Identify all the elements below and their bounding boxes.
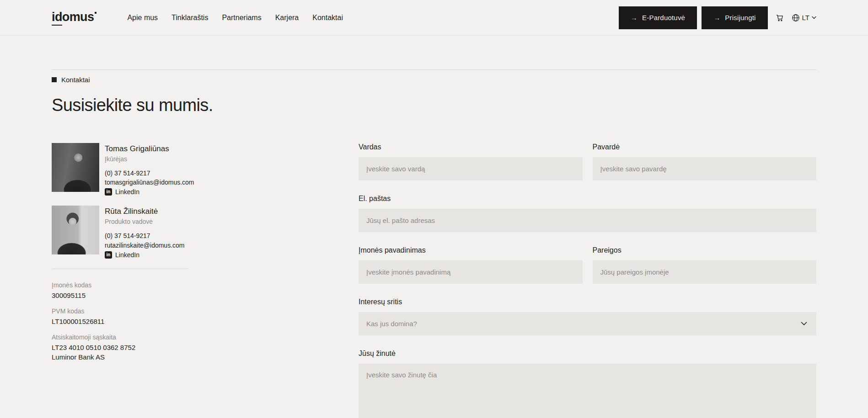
nav-item-tinklarastis[interactable]: Tinklaraštis: [171, 14, 208, 22]
vat-code-value: LT100001526811: [52, 317, 189, 326]
company-info: Įmonės kodas 300095115 PVM kodas LT10000…: [52, 281, 189, 362]
linkedin-link[interactable]: in LinkedIn: [105, 188, 194, 196]
login-button-label: Prisijungti: [725, 14, 755, 21]
bank-account-value: LT23 4010 0510 0362 8752: [52, 343, 189, 352]
square-bullet-icon: [52, 77, 57, 82]
position-input[interactable]: [593, 260, 817, 284]
arrow-right-icon: →: [713, 14, 720, 21]
email-input[interactable]: [359, 209, 816, 232]
content-divider: [52, 69, 816, 70]
linkedin-icon: in: [105, 251, 112, 259]
cart-icon: [775, 13, 784, 22]
interest-label: Interesų sritis: [359, 298, 816, 306]
globe-icon: [792, 14, 800, 22]
company-name-label: Įmonės pavadinimas: [359, 246, 583, 254]
contact-email[interactable]: rutazilinskaite@idomus.com: [105, 241, 185, 250]
vat-code-label: PVM kodas: [52, 307, 189, 315]
bank-account-label: Atsiskaitomoji sąskaita: [52, 333, 189, 341]
site-header: idomus Apie mus Tinklaraštis Partneriams…: [0, 0, 868, 36]
contact-card: Tomas Grigaliūnas Įkūrėjas (0) 37 514-92…: [52, 143, 189, 196]
logo-underlined-text: id: [52, 10, 62, 26]
logo-trademark-icon: [95, 12, 96, 14]
login-button[interactable]: → Prisijungti: [702, 6, 767, 29]
interest-select-value: Kas jus domina?: [366, 320, 417, 328]
contact-photo-tomas: [52, 143, 99, 192]
message-label: Jūsų žinutė: [359, 349, 816, 358]
last-name-label: Pavardė: [593, 143, 817, 151]
first-name-input[interactable]: [359, 157, 583, 180]
contacts-column: Tomas Grigaliūnas Įkūrėjas (0) 37 514-92…: [52, 143, 189, 369]
contact-email[interactable]: tomasgrigaliūnas@idomus.com: [105, 178, 194, 187]
linkedin-label: LinkedIn: [115, 251, 139, 259]
idomus-logo[interactable]: idomus: [52, 10, 96, 26]
first-name-label: Vardas: [359, 143, 583, 151]
main-nav: Apie mus Tinklaraštis Partneriams Karjer…: [127, 14, 343, 22]
nav-item-apie-mus[interactable]: Apie mus: [127, 14, 158, 22]
contact-phone: (0) 37 514-9217: [105, 169, 194, 178]
position-label: Pareigos: [593, 246, 817, 254]
contact-card: Rūta Žilinskaitė Produkto vadovė (0) 37 …: [52, 206, 189, 259]
breadcrumb-label: Kontaktai: [61, 76, 90, 84]
bank-name: Luminor Bank AS: [52, 353, 189, 362]
header-actions: → E-Parduotuvė → Prisijungti: [619, 6, 816, 29]
linkedin-icon: in: [105, 188, 112, 196]
linkedin-label: LinkedIn: [115, 188, 139, 196]
contact-role: Produkto vadovė: [105, 218, 185, 225]
page-title: Susisiekite su mumis.: [52, 95, 816, 116]
company-info-divider: [52, 269, 189, 269]
company-name-input[interactable]: [359, 260, 583, 284]
language-label: LT: [802, 14, 809, 21]
arrow-right-icon: →: [631, 14, 638, 21]
contact-name: Rūta Žilinskaitė: [105, 207, 185, 216]
email-label: El. paštas: [359, 195, 816, 203]
chevron-down-icon: [801, 322, 807, 326]
breadcrumb: Kontaktai: [52, 76, 816, 84]
nav-item-partneriams[interactable]: Partneriams: [222, 14, 261, 22]
eshop-button-label: E-Parduotuvė: [642, 14, 685, 21]
company-code-label: Įmonės kodas: [52, 281, 189, 289]
interest-select[interactable]: Kas jus domina?: [359, 312, 816, 335]
nav-item-karjera[interactable]: Karjera: [275, 14, 299, 22]
company-code-value: 300095115: [52, 291, 189, 300]
cart-button[interactable]: [775, 13, 784, 22]
language-switcher[interactable]: LT: [792, 14, 816, 22]
eshop-button[interactable]: → E-Parduotuvė: [619, 6, 697, 29]
contact-phone: (0) 37 514-9217: [105, 231, 185, 240]
contact-name: Tomas Grigaliūnas: [105, 144, 194, 153]
contact-photo-ruta: [52, 206, 99, 254]
contact-form: Vardas Pavardė El. paštas Įmonės pavadin…: [359, 143, 816, 418]
message-textarea[interactable]: [359, 364, 816, 418]
nav-item-kontaktai[interactable]: Kontaktai: [312, 14, 343, 22]
chevron-down-icon: [812, 16, 816, 19]
last-name-input[interactable]: [593, 157, 817, 180]
linkedin-link[interactable]: in LinkedIn: [105, 251, 185, 259]
logo-text: omus: [62, 10, 94, 24]
main-content: Kontaktai Susisiekite su mumis. Tomas Gr…: [0, 69, 868, 418]
contact-role: Įkūrėjas: [105, 155, 194, 163]
